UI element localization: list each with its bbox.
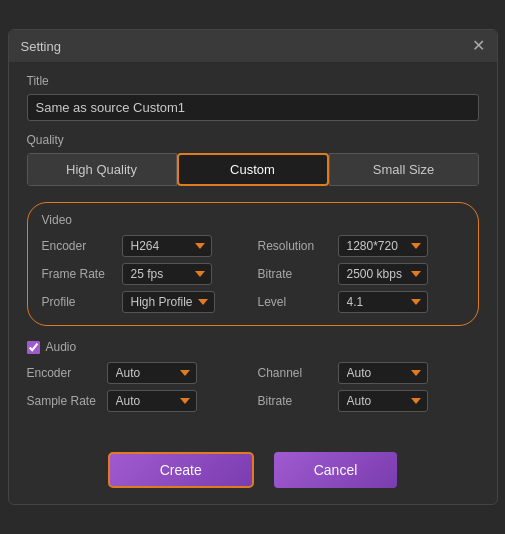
footer: Create Cancel (9, 442, 497, 504)
bitrate-label: Bitrate (258, 267, 330, 281)
quality-label: Quality (27, 133, 479, 147)
high-quality-button[interactable]: High Quality (27, 153, 177, 186)
frame-rate-select[interactable]: 25 fps (122, 263, 212, 285)
create-button[interactable]: Create (108, 452, 254, 488)
resolution-row: Resolution 1280*720 (258, 235, 464, 257)
audio-label: Audio (46, 340, 77, 354)
audio-header: Audio (27, 340, 479, 354)
audio-bitrate-label: Bitrate (258, 394, 330, 408)
cancel-button[interactable]: Cancel (274, 452, 398, 488)
profile-row: Profile High Profile (42, 291, 248, 313)
dialog-body: Title Quality High Quality Custom Small … (9, 62, 497, 442)
bitrate-select[interactable]: 2500 kbps (338, 263, 428, 285)
level-select[interactable]: 4.1 (338, 291, 428, 313)
title-input[interactable] (27, 94, 479, 121)
frame-rate-label: Frame Rate (42, 267, 114, 281)
audio-checkbox[interactable] (27, 341, 40, 354)
profile-select[interactable]: High Profile (122, 291, 215, 313)
title-label: Title (27, 74, 479, 88)
custom-button[interactable]: Custom (177, 153, 329, 186)
sample-rate-select[interactable]: Auto (107, 390, 197, 412)
audio-encoder-row: Encoder Auto (27, 362, 248, 384)
encoder-label: Encoder (42, 239, 114, 253)
audio-encoder-label: Encoder (27, 366, 99, 380)
dialog-title: Setting (21, 39, 61, 54)
frame-rate-row: Frame Rate 25 fps (42, 263, 248, 285)
bitrate-row: Bitrate 2500 kbps (258, 263, 464, 285)
sample-rate-row: Sample Rate Auto (27, 390, 248, 412)
audio-grid: Encoder Auto Channel Auto Sample Rate (27, 362, 479, 412)
video-label: Video (42, 213, 464, 227)
close-button[interactable]: ✕ (472, 38, 485, 54)
quality-buttons: High Quality Custom Small Size (27, 153, 479, 186)
audio-section: Audio Encoder Auto Channel Auto (27, 340, 479, 412)
channel-label: Channel (258, 366, 330, 380)
resolution-label: Resolution (258, 239, 330, 253)
level-row: Level 4.1 (258, 291, 464, 313)
audio-bitrate-row: Bitrate Auto (258, 390, 479, 412)
sample-rate-label: Sample Rate (27, 394, 99, 408)
video-grid: Encoder H264 Resolution 1280*720 Frame R… (42, 235, 464, 313)
audio-encoder-select[interactable]: Auto (107, 362, 197, 384)
profile-label: Profile (42, 295, 114, 309)
encoder-select[interactable]: H264 (122, 235, 212, 257)
resolution-select[interactable]: 1280*720 (338, 235, 428, 257)
video-section: Video Encoder H264 Resolution 1280*720 (27, 202, 479, 326)
level-label: Level (258, 295, 330, 309)
dialog-header: Setting ✕ (9, 30, 497, 62)
small-size-button[interactable]: Small Size (329, 153, 479, 186)
channel-select[interactable]: Auto (338, 362, 428, 384)
settings-dialog: Setting ✕ Title Quality High Quality Cus… (8, 29, 498, 505)
audio-bitrate-select[interactable]: Auto (338, 390, 428, 412)
channel-row: Channel Auto (258, 362, 479, 384)
encoder-row: Encoder H264 (42, 235, 248, 257)
